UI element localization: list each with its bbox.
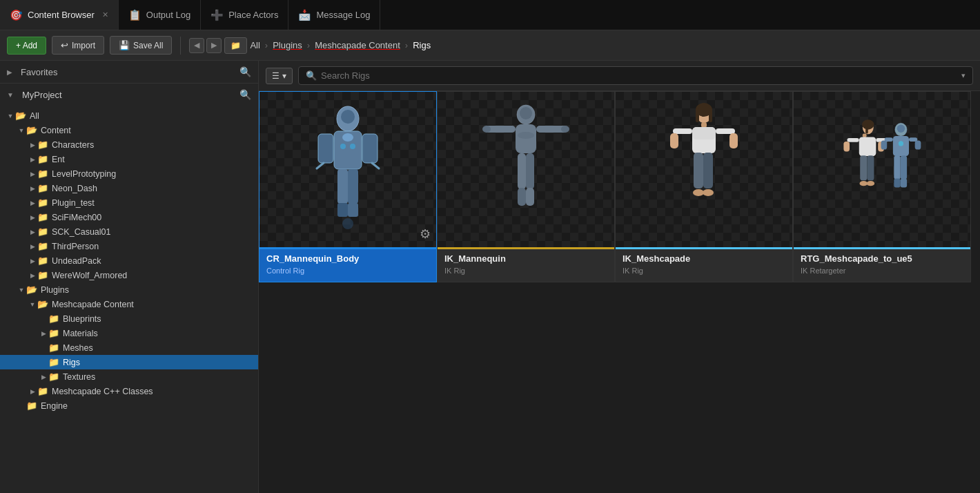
- asset-figure: [666, 102, 742, 238]
- asset-label-bar: IK_Mannequin IK Rig: [438, 247, 614, 282]
- myproject-search-icon[interactable]: 🔍: [239, 89, 251, 100]
- sidebar-item-thirdperson[interactable]: ▶📁ThirdPerson: [0, 239, 258, 253]
- tab-message-log[interactable]: 📩 Message Log: [288, 0, 380, 30]
- sidebar-item-meshes[interactable]: 📁Meshes: [0, 340, 258, 355]
- folder-icon: 📁: [231, 41, 241, 50]
- tree-item-label: Plugins: [41, 285, 69, 295]
- svg-rect-40: [703, 153, 713, 188]
- tree-arrow-icon: ▶: [28, 229, 37, 235]
- svg-rect-49: [847, 138, 859, 142]
- tree-item-label: SciFiMech00: [52, 213, 101, 222]
- myproject-header[interactable]: ▼ MyProject 🔍: [0, 84, 258, 106]
- tree-item-label: LevelPrototyping: [52, 169, 116, 179]
- filter-button[interactable]: ☰ ▾: [266, 68, 293, 84]
- asset-card-rtg-meshcapade[interactable]: RTG_Meshcapade_to_ue5 IK Retargeter: [793, 91, 971, 282]
- search-input[interactable]: [321, 70, 957, 81]
- tree-arrow-icon: ▼: [17, 127, 26, 134]
- tree-arrow-icon: ▶: [28, 200, 37, 206]
- favorites-label: Favorites: [21, 67, 57, 77]
- svg-rect-23: [518, 153, 526, 189]
- tab-output-log[interactable]: 📋 Output Log: [119, 0, 201, 30]
- folder-icon: 📁: [37, 270, 48, 280]
- sidebar-item-plugins[interactable]: ▼📂Plugins: [0, 282, 258, 297]
- sidebar-item-neon-dash[interactable]: ▶📁Neon_Dash: [0, 181, 258, 195]
- import-button-label: Import: [72, 41, 95, 50]
- breadcrumb-back-button[interactable]: ◀: [189, 38, 204, 53]
- breadcrumb-all[interactable]: All: [250, 40, 259, 50]
- asset-thumbnail: [438, 92, 614, 247]
- search-expand-icon[interactable]: ▾: [961, 71, 966, 80]
- favorites-section: ▶ Favorites 🔍: [0, 61, 258, 84]
- asset-name: RTG_Meshcapade_to_ue5: [801, 253, 963, 264]
- sidebar-item-textures[interactable]: ▶📁Textures: [0, 369, 258, 384]
- svg-rect-48: [859, 137, 876, 156]
- sidebar-item-ent[interactable]: ▶📁Ent: [0, 152, 258, 166]
- svg-point-3: [342, 133, 353, 142]
- asset-label-bar: CR_Mannequin_Body Control Rig: [259, 247, 436, 282]
- sidebar-item-plugin-test[interactable]: ▶📁Plugin_test: [0, 195, 258, 210]
- sidebar-item-rigs[interactable]: 📁Rigs: [0, 355, 258, 369]
- sidebar: ▶ Favorites 🔍 ▼ MyProject 🔍 ▼📂All▼📂Conte…: [0, 61, 259, 493]
- tree-item-label: Rigs: [63, 358, 80, 367]
- asset-card-ik-meshcapade[interactable]: IK_Meshcapade IK Rig: [615, 91, 793, 282]
- tab-output-log-label: Output Log: [146, 10, 190, 20]
- place-actors-icon: ➕: [210, 9, 224, 21]
- svg-rect-24: [526, 153, 534, 189]
- svg-rect-63: [881, 141, 888, 150]
- breadcrumb-sep-2: ›: [307, 40, 310, 50]
- myproject-label: MyProject: [22, 90, 62, 100]
- svg-rect-39: [694, 153, 703, 188]
- sidebar-item-scifimech00[interactable]: ▶📁SciFiMech00: [0, 210, 258, 224]
- folder-icon: 📁: [37, 183, 48, 193]
- save-all-button[interactable]: 💾 Save All: [110, 36, 172, 55]
- svg-point-18: [518, 132, 534, 139]
- main-layout: ▶ Favorites 🔍 ▼ MyProject 🔍 ▼📂All▼📂Conte…: [0, 61, 980, 493]
- add-button[interactable]: + Add: [7, 37, 46, 55]
- asset-card-ik-mannequin[interactable]: IK_Mannequin IK Rig: [437, 91, 615, 282]
- filter-icon: ☰: [272, 71, 280, 81]
- asset-card-cr-mannequin[interactable]: ⚙ CR_Mannequin_Body Control Rig: [259, 91, 437, 282]
- sidebar-item-werewolf-armored[interactable]: ▶📁WereWolf_Armored: [0, 268, 258, 282]
- asset-type: Control Rig: [266, 267, 429, 280]
- folder-icon: 📁: [37, 197, 48, 208]
- favorites-header[interactable]: ▶ Favorites 🔍: [0, 61, 258, 83]
- sidebar-item-meshcapade-c---classes[interactable]: ▶📁Meshcapade C++ Classes: [0, 384, 258, 398]
- breadcrumb-sep-1: ›: [265, 40, 268, 50]
- sidebar-item-all[interactable]: ▼📂All: [0, 108, 258, 123]
- tree-item-label: Materials: [63, 329, 98, 338]
- svg-rect-37: [670, 133, 678, 148]
- breadcrumb-plugins[interactable]: Plugins: [273, 40, 302, 50]
- tree-arrow-icon: ▼: [28, 301, 37, 308]
- svg-line-13: [372, 163, 379, 168]
- import-button[interactable]: ↩ Import: [52, 36, 104, 55]
- breadcrumb-folder-button[interactable]: 📁: [224, 37, 247, 54]
- sidebar-item-levelprototyping[interactable]: ▶📁LevelPrototyping: [0, 166, 258, 181]
- svg-point-1: [341, 110, 355, 124]
- tab-content-browser[interactable]: 🎯 Content Browser ✕: [0, 0, 119, 30]
- tab-close-icon[interactable]: ✕: [102, 10, 108, 19]
- svg-point-56: [867, 181, 875, 186]
- tab-bar: 🎯 Content Browser ✕ 📋 Output Log ➕ Place…: [0, 0, 980, 30]
- breadcrumb-meshcapade-content[interactable]: Meshcapade Content: [315, 40, 400, 50]
- sidebar-item-blueprints[interactable]: 📁Blueprints: [0, 311, 258, 326]
- sidebar-item-materials[interactable]: ▶📁Materials: [0, 326, 258, 340]
- svg-rect-7: [348, 169, 358, 204]
- favorites-search-icon[interactable]: 🔍: [239, 66, 251, 77]
- folder-icon: 📁: [37, 212, 48, 222]
- asset-type: IK Rig: [444, 267, 607, 280]
- tree-item-label: Content: [41, 126, 71, 135]
- sidebar-item-content[interactable]: ▼📂Content: [0, 123, 258, 137]
- sidebar-item-meshcapade-content[interactable]: ▼📂Meshcapade Content: [0, 297, 258, 311]
- folder-icon: 📁: [37, 154, 48, 164]
- tree-item-label: ThirdPerson: [52, 242, 99, 251]
- sidebar-item-characters[interactable]: ▶📁Characters: [0, 137, 258, 152]
- sidebar-item-sck-casual01[interactable]: ▶📁SCK_Casual01: [0, 224, 258, 239]
- breadcrumb-rigs[interactable]: Rigs: [413, 40, 431, 50]
- breadcrumb-forward-button[interactable]: ▶: [206, 38, 222, 53]
- tree-arrow-icon: ▶: [28, 272, 37, 279]
- myproject-collapse-icon: ▼: [7, 91, 14, 99]
- tab-place-actors[interactable]: ➕ Place Actors: [201, 0, 288, 30]
- tree-arrow-icon: ▶: [39, 374, 48, 380]
- sidebar-item-undeadpack[interactable]: ▶📁UndeadPack: [0, 253, 258, 268]
- sidebar-item-engine[interactable]: 📁Engine: [0, 398, 258, 413]
